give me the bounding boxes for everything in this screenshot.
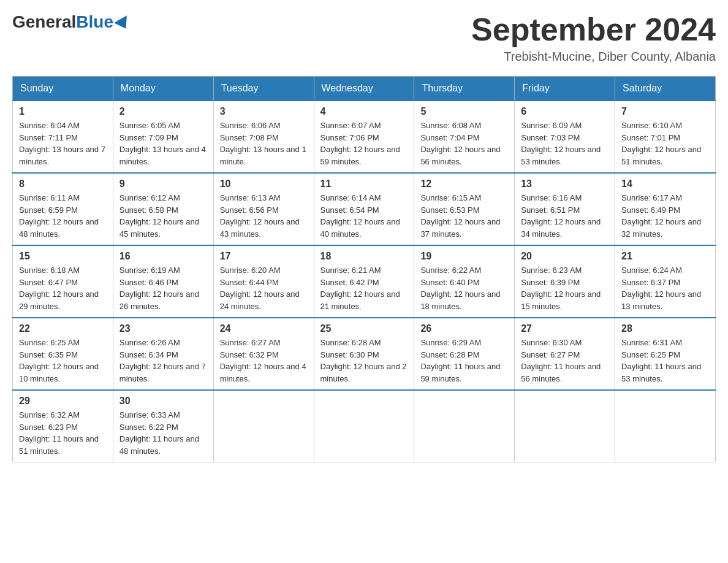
sunset-text: Sunset: 7:03 PM: [521, 133, 580, 142]
sunset-text: Sunset: 6:37 PM: [621, 278, 680, 287]
sunrise-text: Sunrise: 6:08 AM: [420, 121, 481, 130]
sunrise-text: Sunrise: 6:04 AM: [19, 121, 80, 130]
daylight-text: Daylight: 12 hours and 34 minutes.: [521, 217, 601, 239]
day-number: 11: [320, 178, 408, 190]
table-row: 7 Sunrise: 6:10 AM Sunset: 7:01 PM Dayli…: [615, 101, 716, 173]
sunrise-text: Sunrise: 6:30 AM: [521, 338, 582, 347]
calendar-table: Sunday Monday Tuesday Wednesday Thursday…: [12, 76, 716, 462]
day-info: Sunrise: 6:19 AM Sunset: 6:46 PM Dayligh…: [119, 264, 207, 312]
day-info: Sunrise: 6:23 AM Sunset: 6:39 PM Dayligh…: [521, 264, 609, 312]
sunset-text: Sunset: 6:34 PM: [119, 350, 178, 359]
day-number: 30: [119, 396, 207, 407]
day-number: 27: [521, 323, 609, 334]
month-title: September 2024: [471, 12, 716, 47]
daylight-text: Daylight: 12 hours and 15 minutes.: [521, 289, 601, 311]
daylight-text: Daylight: 12 hours and 2 minutes.: [320, 362, 407, 383]
daylight-text: Daylight: 12 hours and 26 minutes.: [119, 289, 199, 311]
day-number: 28: [621, 323, 709, 334]
daylight-text: Daylight: 12 hours and 51 minutes.: [621, 145, 701, 166]
daylight-text: Daylight: 12 hours and 59 minutes.: [320, 145, 400, 166]
day-info: Sunrise: 6:29 AM Sunset: 6:28 PM Dayligh…: [420, 337, 508, 385]
day-number: 6: [521, 106, 609, 117]
table-row: 20 Sunrise: 6:23 AM Sunset: 6:39 PM Dayl…: [515, 245, 615, 318]
col-wednesday: Wednesday: [314, 77, 414, 101]
day-info: Sunrise: 6:20 AM Sunset: 6:44 PM Dayligh…: [220, 264, 308, 312]
sunrise-text: Sunrise: 6:23 AM: [521, 266, 582, 275]
sunset-text: Sunset: 6:40 PM: [420, 278, 479, 287]
day-number: 16: [119, 251, 207, 262]
sunrise-text: Sunrise: 6:28 AM: [320, 338, 381, 347]
table-row: 4 Sunrise: 6:07 AM Sunset: 7:06 PM Dayli…: [314, 101, 414, 173]
day-info: Sunrise: 6:18 AM Sunset: 6:47 PM Dayligh…: [19, 264, 107, 312]
calendar-week-row: 22 Sunrise: 6:25 AM Sunset: 6:35 PM Dayl…: [13, 318, 716, 390]
day-info: Sunrise: 6:08 AM Sunset: 7:04 PM Dayligh…: [420, 120, 508, 167]
daylight-text: Daylight: 12 hours and 56 minutes.: [420, 145, 500, 166]
sunrise-text: Sunrise: 6:22 AM: [420, 266, 481, 275]
page-header: General Blue September 2024 Trebisht-Muc…: [12, 12, 716, 64]
table-row: 13 Sunrise: 6:16 AM Sunset: 6:51 PM Dayl…: [515, 173, 615, 245]
day-info: Sunrise: 6:12 AM Sunset: 6:58 PM Dayligh…: [119, 192, 207, 240]
sunset-text: Sunset: 6:22 PM: [119, 423, 178, 432]
logo-general-text: General: [12, 12, 76, 32]
col-tuesday: Tuesday: [213, 77, 314, 101]
sunset-text: Sunset: 6:42 PM: [320, 278, 379, 287]
daylight-text: Daylight: 12 hours and 40 minutes.: [320, 217, 400, 239]
day-info: Sunrise: 6:05 AM Sunset: 7:09 PM Dayligh…: [119, 120, 207, 167]
day-number: 15: [19, 251, 107, 262]
table-row: 8 Sunrise: 6:11 AM Sunset: 6:59 PM Dayli…: [13, 173, 113, 245]
daylight-text: Daylight: 12 hours and 4 minutes.: [220, 362, 306, 383]
table-row: 27 Sunrise: 6:30 AM Sunset: 6:27 PM Dayl…: [515, 318, 615, 390]
sunset-text: Sunset: 7:06 PM: [320, 133, 379, 142]
logo: General Blue: [12, 12, 131, 32]
table-row: 15 Sunrise: 6:18 AM Sunset: 6:47 PM Dayl…: [13, 245, 113, 318]
day-info: Sunrise: 6:27 AM Sunset: 6:32 PM Dayligh…: [220, 337, 308, 385]
daylight-text: Daylight: 11 hours and 51 minutes.: [19, 434, 99, 456]
daylight-text: Daylight: 12 hours and 43 minutes.: [220, 217, 300, 239]
table-row: 21 Sunrise: 6:24 AM Sunset: 6:37 PM Dayl…: [615, 245, 716, 318]
day-number: 12: [420, 178, 508, 190]
daylight-text: Daylight: 11 hours and 53 minutes.: [621, 362, 701, 383]
day-number: 5: [420, 106, 508, 117]
daylight-text: Daylight: 11 hours and 48 minutes.: [119, 434, 199, 456]
sunrise-text: Sunrise: 6:11 AM: [19, 193, 80, 202]
sunset-text: Sunset: 7:01 PM: [621, 133, 680, 142]
table-row: 25 Sunrise: 6:28 AM Sunset: 6:30 PM Dayl…: [314, 318, 414, 390]
calendar-week-row: 1 Sunrise: 6:04 AM Sunset: 7:11 PM Dayli…: [13, 101, 716, 173]
day-number: 25: [320, 323, 408, 334]
calendar-header-row: Sunday Monday Tuesday Wednesday Thursday…: [13, 77, 716, 101]
sunrise-text: Sunrise: 6:33 AM: [119, 410, 180, 419]
daylight-text: Daylight: 12 hours and 13 minutes.: [621, 289, 701, 311]
table-row: 10 Sunrise: 6:13 AM Sunset: 6:56 PM Dayl…: [213, 173, 314, 245]
table-row: 3 Sunrise: 6:06 AM Sunset: 7:08 PM Dayli…: [213, 101, 314, 173]
table-row: [414, 390, 515, 462]
table-row: 6 Sunrise: 6:09 AM Sunset: 7:03 PM Dayli…: [515, 101, 615, 173]
daylight-text: Daylight: 12 hours and 45 minutes.: [119, 217, 199, 239]
logo-blue-part: Blue: [76, 12, 131, 32]
table-row: 18 Sunrise: 6:21 AM Sunset: 6:42 PM Dayl…: [314, 245, 414, 318]
table-row: [314, 390, 414, 462]
calendar-week-row: 29 Sunrise: 6:32 AM Sunset: 6:23 PM Dayl…: [13, 390, 716, 462]
day-number: 17: [220, 251, 308, 262]
daylight-text: Daylight: 12 hours and 29 minutes.: [19, 289, 99, 311]
sunset-text: Sunset: 6:23 PM: [19, 423, 78, 432]
day-number: 19: [420, 251, 508, 262]
sunrise-text: Sunrise: 6:27 AM: [220, 338, 281, 347]
col-friday: Friday: [515, 77, 615, 101]
sunrise-text: Sunrise: 6:10 AM: [621, 121, 682, 130]
table-row: 12 Sunrise: 6:15 AM Sunset: 6:53 PM Dayl…: [414, 173, 515, 245]
daylight-text: Daylight: 12 hours and 24 minutes.: [220, 289, 300, 311]
day-info: Sunrise: 6:09 AM Sunset: 7:03 PM Dayligh…: [521, 120, 609, 167]
day-info: Sunrise: 6:10 AM Sunset: 7:01 PM Dayligh…: [621, 120, 709, 167]
sunset-text: Sunset: 6:30 PM: [320, 350, 379, 359]
day-number: 2: [119, 106, 207, 117]
sunrise-text: Sunrise: 6:16 AM: [521, 193, 582, 202]
sunset-text: Sunset: 6:59 PM: [19, 205, 78, 215]
table-row: 9 Sunrise: 6:12 AM Sunset: 6:58 PM Dayli…: [113, 173, 213, 245]
day-number: 14: [621, 178, 709, 190]
sunrise-text: Sunrise: 6:07 AM: [320, 121, 381, 130]
sunset-text: Sunset: 6:25 PM: [621, 350, 680, 359]
sunrise-text: Sunrise: 6:15 AM: [420, 193, 481, 202]
day-number: 3: [220, 106, 308, 117]
logo-blue-text: Blue: [76, 12, 113, 32]
daylight-text: Daylight: 12 hours and 53 minutes.: [521, 145, 601, 166]
